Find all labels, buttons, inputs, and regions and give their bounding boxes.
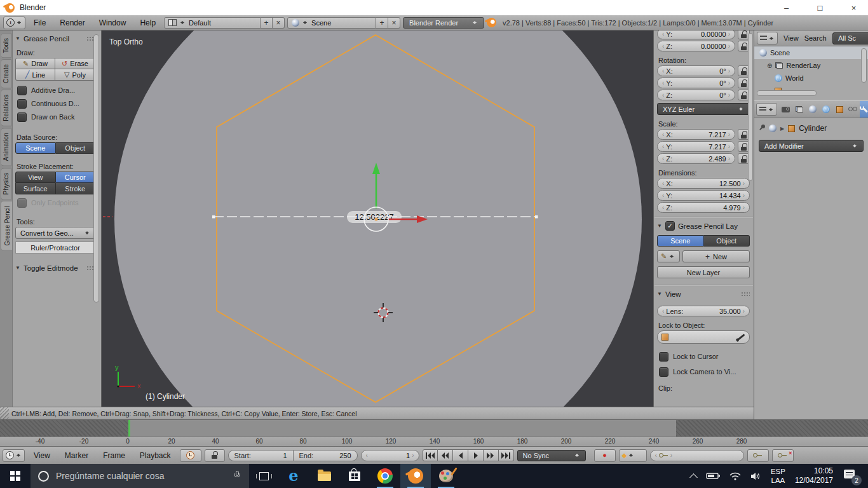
tab-animation[interactable]: Animation: [1, 128, 11, 166]
outliner-filter-selector[interactable]: All Sc: [832, 32, 868, 44]
ruler-endpoint-left[interactable]: [212, 215, 215, 219]
tool-shelf-scrollbar[interactable]: [93, 34, 99, 302]
checkbox-checked-icon[interactable]: ✓: [665, 221, 675, 231]
jump-to-start-button[interactable]: [423, 449, 438, 461]
field-location-y[interactable]: Y:0.00000: [657, 30, 735, 39]
manipulator-y-arrowhead[interactable]: [372, 163, 380, 174]
field-dimension-x[interactable]: X:12.500: [657, 178, 750, 189]
viewport-3d[interactable]: 12.502227 Top Ortho y x (1) Cylind: [102, 30, 653, 407]
properties-type-selector[interactable]: [756, 103, 777, 116]
outliner-menu-view[interactable]: View: [783, 34, 799, 42]
menu-file[interactable]: File: [28, 18, 51, 27]
start-button[interactable]: [0, 464, 31, 488]
minimize-button[interactable]: –: [772, 0, 801, 15]
close-button[interactable]: ×: [839, 0, 868, 15]
timeline-menu-frame[interactable]: Frame: [97, 451, 131, 460]
tab-render-layers[interactable]: [792, 101, 806, 118]
n-panel-scrollbar[interactable]: [748, 33, 753, 180]
ruler-endpoint-right[interactable]: [535, 215, 538, 219]
scene-field[interactable]: Scene: [287, 17, 376, 29]
field-rotation-z[interactable]: Z:0°: [657, 90, 735, 100]
gp-new-button[interactable]: +New: [682, 250, 750, 262]
convert-to-geometry-button[interactable]: Convert to Geo...: [15, 227, 95, 239]
timeline-menu-view[interactable]: View: [28, 451, 56, 460]
menu-help[interactable]: Help: [134, 18, 161, 27]
play-reverse-button[interactable]: [453, 449, 468, 461]
taskbar-chrome[interactable]: [370, 464, 400, 488]
breadcrumb-object-name[interactable]: Cylinder: [799, 124, 827, 133]
expand-icon[interactable]: ⊕: [767, 62, 772, 69]
placement-view[interactable]: View: [15, 172, 56, 183]
panel-grip[interactable]: [741, 292, 750, 297]
outliner-type-selector[interactable]: [757, 32, 778, 44]
placement-cursor[interactable]: Cursor: [56, 172, 96, 183]
delete-scene-button[interactable]: ×: [388, 17, 400, 29]
draw-button[interactable]: ✎Draw: [15, 58, 55, 69]
render-engine-selector[interactable]: Blender Render: [403, 17, 484, 29]
record-button[interactable]: ●: [594, 449, 616, 462]
tab-grease-pencil[interactable]: Grease Pencil: [1, 201, 13, 251]
wifi-icon[interactable]: [729, 472, 741, 480]
checkbox-unchecked-icon[interactable]: [17, 86, 27, 95]
tab-tools[interactable]: Tools: [1, 33, 11, 58]
taskbar-store[interactable]: [339, 464, 370, 488]
timeline-ruler[interactable]: -40 -20 0 20 40 60 80 100 120 140 160 18…: [0, 437, 868, 447]
add-modifier-dropdown[interactable]: Add Modifier: [759, 140, 864, 152]
lock-time-button[interactable]: [205, 449, 225, 462]
current-frame-field[interactable]: 1: [361, 450, 419, 461]
current-frame-marker[interactable]: [128, 420, 130, 437]
new-layer-button[interactable]: New Layer: [657, 266, 750, 278]
editor-type-selector[interactable]: [3, 17, 25, 29]
tab-scene[interactable]: [806, 101, 819, 118]
outliner-menu-search[interactable]: Search: [804, 34, 827, 42]
end-frame-field[interactable]: End:250: [293, 450, 358, 461]
field-dimension-z[interactable]: Z:4.979: [657, 202, 750, 213]
field-lens[interactable]: Lens:35.000: [657, 306, 750, 316]
tab-object[interactable]: [833, 101, 846, 118]
field-rotation-y[interactable]: Y:0°: [657, 78, 735, 88]
add-layout-button[interactable]: +: [261, 17, 273, 29]
taskbar-paint[interactable]: [431, 464, 461, 488]
panel-header-grease-pencil[interactable]: ▼Grease Pencil: [15, 33, 95, 44]
panel-header-toggle-editmode[interactable]: ▼Toggle Editmode: [15, 262, 95, 273]
timeline-type-selector[interactable]: [3, 449, 25, 462]
erase-button[interactable]: ↺Erase: [55, 58, 95, 69]
task-view-button[interactable]: [249, 464, 278, 488]
screen-layout-field[interactable]: Default: [164, 17, 261, 29]
poly-button[interactable]: ▽Poly: [55, 69, 95, 81]
time-indicator-button[interactable]: [180, 449, 201, 462]
clock[interactable]: 10:05 12/04/2017: [795, 466, 833, 485]
tab-render[interactable]: [779, 101, 792, 118]
checkbox-unchecked-icon[interactable]: [659, 352, 668, 362]
outliner-item-scene[interactable]: Scene: [754, 46, 868, 59]
keying-set-selector[interactable]: ◆: [619, 449, 647, 462]
gp-source-scene[interactable]: Scene: [657, 235, 704, 247]
outliner-item-world[interactable]: World: [754, 72, 868, 85]
tab-physics[interactable]: Physics: [1, 168, 11, 200]
ruler-protractor-button[interactable]: Ruler/Protractor: [15, 241, 95, 254]
tab-modifiers[interactable]: [860, 101, 868, 118]
gp-source-object[interactable]: Object: [704, 235, 750, 247]
previous-keyframe-button[interactable]: [438, 449, 453, 461]
tab-constraints[interactable]: [846, 101, 860, 118]
cortana-search-box[interactable]: Pregúntame cualquier cosa: [31, 464, 249, 488]
checkbox-unchecked-icon[interactable]: [17, 112, 27, 122]
next-keyframe-button[interactable]: [484, 449, 499, 461]
eyedropper-icon[interactable]: [737, 334, 745, 340]
outliner-vertical-scrollbar[interactable]: [861, 48, 867, 83]
field-scale-y[interactable]: Y:7.217: [657, 141, 735, 152]
battery-icon[interactable]: [706, 472, 720, 480]
field-dimension-y[interactable]: Y:14.434: [657, 190, 750, 201]
checkbox-unchecked-icon[interactable]: [17, 99, 27, 109]
delete-keyframe-button[interactable]: ×: [772, 449, 794, 462]
insert-keyframe-button[interactable]: [747, 449, 769, 462]
placement-stroke[interactable]: Stroke: [56, 183, 96, 194]
active-keying-set-field[interactable]: [650, 450, 744, 461]
start-frame-field[interactable]: Start:1: [228, 450, 293, 461]
jump-to-end-button[interactable]: [499, 449, 514, 461]
panel-header-view[interactable]: ▼View: [657, 288, 750, 299]
play-button[interactable]: [468, 449, 484, 461]
rotation-mode-selector[interactable]: XYZ Euler: [657, 103, 750, 115]
menu-window[interactable]: Window: [93, 18, 132, 27]
action-center-button[interactable]: 2: [843, 468, 860, 484]
